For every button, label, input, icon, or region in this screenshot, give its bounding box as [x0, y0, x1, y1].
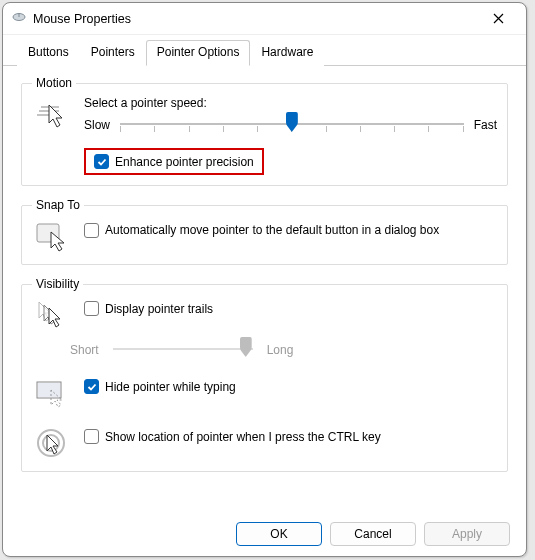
slider-fast-label: Fast — [474, 118, 497, 132]
snap-to-label: Automatically move pointer to the defaul… — [105, 222, 439, 238]
group-visibility-legend: Visibility — [32, 277, 83, 291]
tab-buttons[interactable]: Buttons — [17, 40, 80, 66]
pointer-trails-icon — [32, 297, 72, 333]
ctrl-locate-icon — [32, 425, 72, 461]
pointer-trails-label: Display pointer trails — [105, 302, 213, 316]
pointer-speed-label: Select a pointer speed: — [84, 96, 497, 110]
check-icon — [97, 157, 107, 167]
enhance-precision-label: Enhance pointer precision — [115, 155, 254, 169]
trails-long-label: Long — [267, 343, 294, 357]
check-icon — [87, 382, 97, 392]
tab-pointer-options[interactable]: Pointer Options — [146, 40, 251, 66]
tab-pointers[interactable]: Pointers — [80, 40, 146, 66]
apply-button: Apply — [424, 522, 510, 546]
pointer-trails-slider — [113, 339, 253, 361]
pointer-speed-icon — [32, 96, 72, 132]
hide-typing-label: Hide pointer while typing — [105, 380, 236, 394]
trails-short-label: Short — [70, 343, 99, 357]
dialog-footer: OK Cancel Apply — [3, 522, 526, 546]
window-title: Mouse Properties — [27, 12, 478, 26]
close-button[interactable] — [478, 3, 518, 34]
tab-hardware[interactable]: Hardware — [250, 40, 324, 66]
tab-strip: Buttons Pointers Pointer Options Hardwar… — [3, 39, 526, 66]
ctrl-locate-checkbox[interactable] — [84, 429, 99, 444]
slider-thumb — [240, 337, 252, 357]
mouse-icon — [11, 11, 27, 26]
group-snap-to: Snap To Automatically move pointer to th… — [21, 198, 508, 265]
group-visibility: Visibility Display pointer trails — [21, 277, 508, 472]
pointer-speed-slider[interactable] — [120, 114, 464, 136]
group-snap-to-legend: Snap To — [32, 198, 84, 212]
ctrl-locate-label: Show location of pointer when I press th… — [105, 430, 381, 444]
slider-slow-label: Slow — [84, 118, 110, 132]
ok-button[interactable]: OK — [236, 522, 322, 546]
group-motion-legend: Motion — [32, 76, 76, 90]
mouse-properties-window: Mouse Properties Buttons Pointers Pointe… — [2, 2, 527, 557]
group-motion: Motion Select a pointer speed: Slow — [21, 76, 508, 186]
tab-panel-pointer-options: Motion Select a pointer speed: Slow — [3, 66, 526, 472]
close-icon — [493, 13, 504, 24]
enhance-precision-checkbox[interactable] — [94, 154, 109, 169]
hide-typing-checkbox[interactable] — [84, 379, 99, 394]
cancel-button[interactable]: Cancel — [330, 522, 416, 546]
titlebar[interactable]: Mouse Properties — [3, 3, 526, 35]
pointer-trails-checkbox[interactable] — [84, 301, 99, 316]
snap-to-icon — [32, 218, 72, 254]
snap-to-checkbox[interactable] — [84, 223, 99, 238]
enhance-precision-highlight: Enhance pointer precision — [84, 148, 264, 175]
hide-typing-icon — [32, 375, 72, 411]
